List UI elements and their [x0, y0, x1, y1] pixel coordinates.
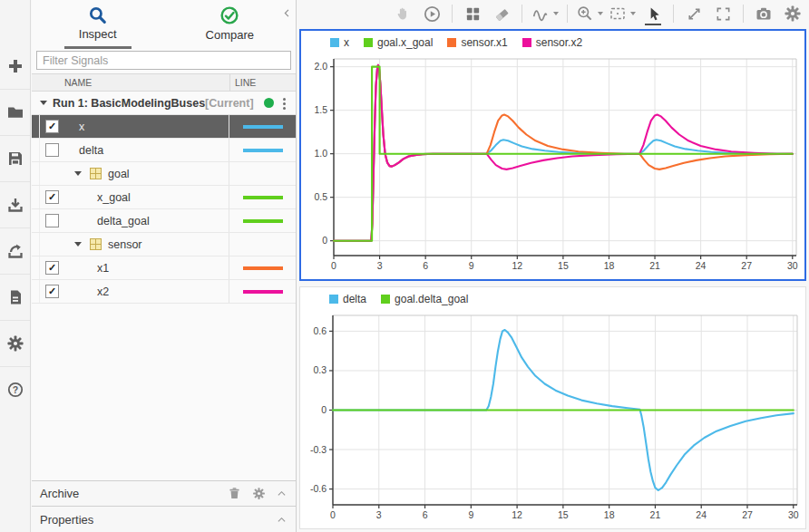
- checkbox-cell: ✓: [40, 280, 64, 303]
- archive-section-header[interactable]: Archive: [32, 480, 296, 506]
- signal-row-x[interactable]: ✓x: [32, 115, 296, 139]
- chevron-up-icon: [276, 488, 288, 499]
- tab-compare[interactable]: Compare: [164, 0, 297, 49]
- subplot-layout-button[interactable]: [461, 3, 484, 24]
- expand-plot-button[interactable]: [682, 3, 706, 24]
- chevron-up-icon: [276, 514, 288, 526]
- dropdown-caret-icon: [553, 12, 559, 15]
- legend-swatch: [329, 295, 338, 304]
- signal-browser-panel: Inspect Compare NAME LINE Run 1: BasicMo…: [32, 0, 297, 532]
- legend-label: delta: [343, 293, 366, 305]
- legend-swatch: [330, 38, 339, 47]
- signal-row-delta[interactable]: delta: [32, 139, 296, 162]
- signal-style-button[interactable]: [531, 3, 559, 24]
- legend-item-sensor.x2: sensor.x2: [522, 36, 582, 49]
- tab-inspect[interactable]: Inspect: [32, 0, 164, 49]
- signal-row-x_goal[interactable]: ✓x_goal: [32, 186, 296, 209]
- legend-item-sensor.x1: sensor.x1: [447, 36, 507, 49]
- run-status-dot: [264, 98, 274, 108]
- svg-text:0.5: 0.5: [314, 191, 327, 202]
- signal-row-x2[interactable]: ✓x2: [32, 280, 296, 304]
- save-button[interactable]: [0, 135, 30, 181]
- line-style-swatch[interactable]: [243, 196, 283, 199]
- export-button[interactable]: [0, 227, 30, 274]
- run-menu-button[interactable]: [280, 97, 288, 111]
- checkbox-x_goal[interactable]: ✓: [45, 190, 59, 204]
- subplot-2[interactable]: deltagoal.delta_goal -0.6-0.300.30.60369…: [299, 286, 806, 529]
- checkbox-delta_goal[interactable]: [45, 214, 59, 227]
- checkbox-cell: ✓: [40, 256, 64, 279]
- signal-name-label: x_goal: [97, 191, 131, 204]
- line-cell: [229, 256, 296, 279]
- name-cell: x1: [64, 256, 229, 279]
- report-button[interactable]: [0, 274, 30, 320]
- filter-bar: [32, 49, 296, 73]
- collapse-panel-button[interactable]: [281, 7, 293, 22]
- snapshot-button[interactable]: [752, 3, 775, 24]
- bus-collapse-caret-icon[interactable]: [74, 171, 82, 176]
- checkbox-cell: ✓: [40, 115, 64, 138]
- zoom-tool-button[interactable]: [576, 3, 603, 24]
- line-style-swatch[interactable]: [243, 149, 283, 152]
- help-button[interactable]: ?: [0, 366, 30, 412]
- svg-text:3: 3: [376, 509, 382, 520]
- bus-row-goal[interactable]: goal: [32, 162, 296, 186]
- legend-swatch: [381, 295, 390, 304]
- checkbox-x1[interactable]: ✓: [45, 261, 59, 275]
- bus-collapse-caret-icon[interactable]: [74, 242, 82, 247]
- line-style-swatch[interactable]: [243, 125, 283, 129]
- trash-icon: [227, 486, 242, 501]
- checkbox-x[interactable]: ✓: [45, 120, 59, 133]
- bus-row-sensor[interactable]: sensor: [32, 233, 296, 256]
- svg-text:30: 30: [788, 509, 799, 520]
- run-collapse-caret-icon[interactable]: [40, 101, 47, 105]
- report-icon: [6, 288, 24, 306]
- line-cell: [229, 115, 296, 138]
- folder-icon: [6, 103, 24, 121]
- properties-section-header[interactable]: Properties: [32, 506, 296, 532]
- checkbox-x2[interactable]: ✓: [45, 285, 59, 298]
- legend-label: sensor.x2: [536, 36, 582, 49]
- checkbox-cell: [40, 162, 64, 185]
- toolbar-separator: [567, 5, 568, 23]
- properties-collapse-button[interactable]: [276, 514, 288, 526]
- magnifier-icon: [88, 5, 107, 24]
- archive-collapse-button[interactable]: [276, 488, 288, 499]
- properties-label: Properties: [40, 513, 266, 527]
- signal-row-x1[interactable]: ✓x1: [32, 256, 296, 280]
- line-style-swatch[interactable]: [243, 219, 283, 223]
- archive-delete-button[interactable]: [227, 486, 242, 501]
- pointer-tool-button[interactable]: [641, 3, 665, 24]
- checkbox-delta[interactable]: [45, 143, 59, 157]
- fullscreen-button[interactable]: [711, 3, 735, 24]
- subplot-2-chart[interactable]: -0.6-0.300.30.6036912151821242730: [300, 311, 805, 527]
- preferences-button[interactable]: [0, 320, 30, 366]
- legend-label: goal.delta_goal: [395, 293, 468, 305]
- fit-to-view-button[interactable]: [609, 3, 636, 24]
- import-button[interactable]: [0, 181, 30, 227]
- plot-area: xgoal.x_goalsensor.x1sensor.x2 00.51.01.…: [297, 0, 809, 532]
- run-row[interactable]: Run 1: BasicModelingBuses[Current]: [32, 92, 296, 115]
- signal-row-delta_goal[interactable]: delta_goal: [32, 209, 296, 233]
- clear-plots-button[interactable]: [490, 3, 513, 24]
- archive-settings-button[interactable]: [252, 487, 266, 500]
- line-style-swatch[interactable]: [243, 266, 283, 270]
- subplot-1-selected[interactable]: xgoal.x_goalsensor.x1sensor.x2 00.51.01.…: [299, 29, 806, 281]
- row-gutter: [32, 162, 40, 185]
- svg-text:21: 21: [649, 260, 660, 271]
- subplot-1-chart[interactable]: 00.51.01.52.0036912151821242730: [301, 54, 804, 277]
- new-run-button[interactable]: [0, 44, 30, 89]
- line-style-swatch[interactable]: [243, 290, 283, 294]
- svg-text:15: 15: [558, 260, 569, 271]
- signal-name-label: goal: [108, 168, 130, 180]
- plot-settings-button[interactable]: [781, 3, 804, 24]
- save-icon: [6, 150, 24, 168]
- pan-tool-button[interactable]: [391, 3, 414, 24]
- svg-text:?: ?: [12, 384, 17, 395]
- row-gutter: [32, 186, 40, 208]
- legend-swatch: [522, 38, 531, 47]
- filter-signals-input[interactable]: [36, 51, 291, 70]
- replay-button[interactable]: [420, 3, 443, 24]
- bus-icon: [90, 238, 102, 250]
- open-button[interactable]: [0, 89, 30, 135]
